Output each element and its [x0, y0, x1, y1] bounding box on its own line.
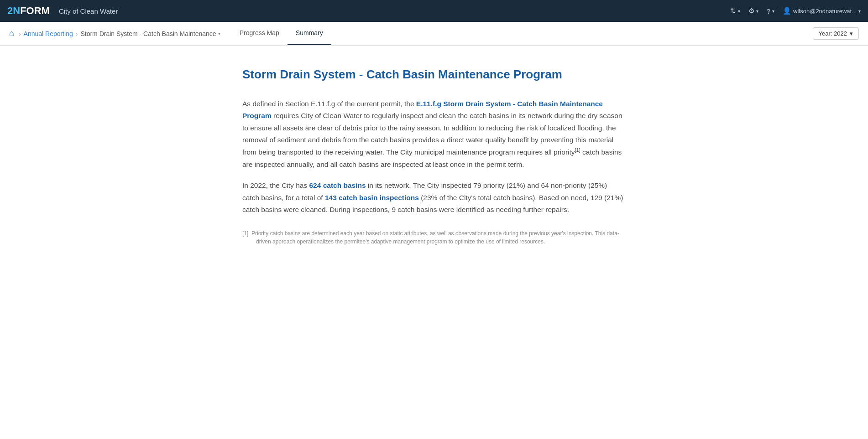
year-selector[interactable]: Year: 2022 ▾: [813, 27, 859, 40]
paragraph-2: In 2022, the City has 624 catch basins i…: [242, 180, 626, 216]
app-logo: 2NFORM: [7, 5, 50, 17]
para2-highlight1: 624 catch basins: [309, 181, 366, 189]
footnote-section: [1] Priority catch basins are determined…: [242, 225, 626, 246]
help-menu[interactable]: ? ▾: [767, 7, 774, 15]
sort-chevron: ▾: [738, 9, 740, 14]
para1-suffix: requires City of Clean Water to regularl…: [242, 112, 622, 156]
settings-icon: ⚙: [748, 7, 754, 15]
page-title: Storm Drain System - Catch Basin Mainten…: [242, 67, 626, 82]
user-icon: 👤: [783, 7, 791, 15]
footnote-ref-1: [1]: [575, 147, 580, 153]
content-wrapper: Storm Drain System - Catch Basin Mainten…: [0, 46, 868, 439]
year-label: Year: 2022: [819, 30, 847, 37]
breadcrumb-dropdown-icon: ▾: [218, 31, 220, 36]
para2-prefix: In 2022, the City has: [242, 181, 309, 189]
current-page-label: Storm Drain System - Catch Basin Mainten…: [80, 30, 216, 37]
top-navigation: 2NFORM City of Clean Water ⇅ ▾ ⚙ ▾ ? ▾ 👤…: [0, 0, 868, 22]
breadcrumb-sep-2: ›: [76, 30, 78, 37]
user-chevron: ▾: [858, 9, 861, 14]
sort-icon: ⇅: [730, 7, 736, 15]
nav-right: ⇅ ▾ ⚙ ▾ ? ▾ 👤 wilson@2ndnaturewat... ▾: [730, 7, 861, 15]
breadcrumb-current[interactable]: Storm Drain System - Catch Basin Mainten…: [80, 30, 220, 37]
para2-highlight2: 143 catch basin inspections: [325, 194, 419, 201]
para1-prefix: As defined in Section E.11.f.g of the cu…: [242, 100, 416, 108]
main-content: Storm Drain System - Catch Basin Mainten…: [206, 46, 662, 439]
tab-progress-map[interactable]: Progress Map: [231, 21, 288, 45]
breadcrumb-bar: ⌂ › Annual Reporting › Storm Drain Syste…: [0, 22, 868, 46]
settings-menu[interactable]: ⚙ ▾: [748, 7, 758, 15]
nav-left: 2NFORM City of Clean Water: [7, 5, 118, 17]
logo-2n: 2N: [7, 5, 20, 16]
tabs-area: Progress Map Summary: [231, 22, 331, 45]
breadcrumb-sep-1: ›: [19, 30, 21, 37]
footnote-number: [1]: [242, 230, 248, 237]
help-icon: ?: [767, 7, 770, 15]
annual-reporting-link[interactable]: Annual Reporting: [24, 30, 73, 37]
user-menu[interactable]: 👤 wilson@2ndnaturewat... ▾: [783, 7, 861, 15]
help-chevron: ▾: [772, 9, 774, 14]
paragraph-1: As defined in Section E.11.f.g of the cu…: [242, 98, 626, 170]
year-chevron: ▾: [850, 30, 853, 37]
sort-menu[interactable]: ⇅ ▾: [730, 7, 740, 15]
org-name: City of Clean Water: [59, 7, 118, 15]
settings-chevron: ▾: [756, 9, 758, 14]
tab-summary[interactable]: Summary: [288, 21, 331, 45]
user-label: wilson@2ndnaturewat...: [793, 8, 857, 15]
logo-form: FORM: [20, 5, 50, 16]
home-button[interactable]: ⌂: [9, 29, 14, 38]
footnote-body: Priority catch basins are determined eac…: [251, 230, 619, 245]
footnote-1: [1] Priority catch basins are determined…: [242, 229, 626, 246]
